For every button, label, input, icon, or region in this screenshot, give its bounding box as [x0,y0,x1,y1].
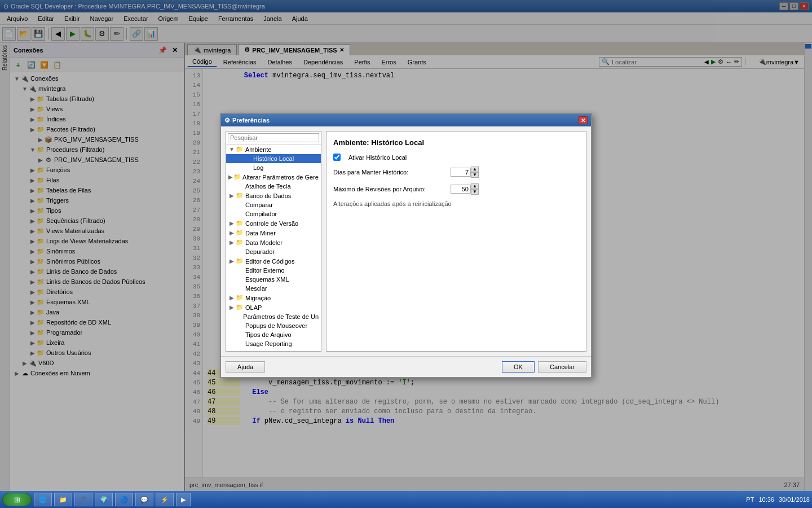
dlg-tree-item[interactable]: Compilador [226,209,321,218]
revisions-increment[interactable]: ▲ [471,183,479,189]
dlg-expand-icon[interactable]: ▶ [228,258,235,264]
dlg-item-label: Ambiente [245,146,271,153]
days-label: Dias para Manter Histórico: [333,169,446,176]
dlg-tree-item[interactable]: Atalhos de Tecla [226,182,321,191]
dlg-tree-item[interactable]: ▶ 📁 OLAP [226,303,321,312]
days-input[interactable] [451,168,471,177]
dlg-tree-item[interactable]: Tipos de Arquivo [226,330,321,339]
taskbar: ⊞ 🌐 📁 🎵 🌍 🔵 💬 ⚡ ▶ PT 10:36 30/01/2018 [0,491,812,508]
taskbar-item-4[interactable]: 🌍 [95,493,113,506]
dlg-tree-item[interactable]: ▶ 📁 Controle de Versão [226,218,321,228]
dlg-expand-icon[interactable]: ▶ [228,192,235,199]
taskbar-item-7[interactable]: ⚡ [156,493,174,506]
start-button[interactable]: ⊞ [2,493,32,506]
taskbar-item-1[interactable]: 🌐 [34,493,52,506]
dlg-expand-icon[interactable]: ▶ [228,295,235,301]
dialog-close-button[interactable]: ✕ [579,116,588,124]
dlg-tree-item[interactable]: Editor Externo [226,266,321,275]
dialog-search-input[interactable] [228,133,319,142]
section-title: Ambiente: Histórico Local [333,138,579,147]
revisions-spinner: ▲ ▼ [471,183,479,195]
dlg-tree-item[interactable]: Esquemas XML [226,275,321,284]
preferences-content: Ambiente: Histórico Local Ativar Históri… [326,131,586,352]
taskbar-item-8[interactable]: ▶ [176,493,191,506]
dlg-expand-icon[interactable]: ▶ [228,304,235,310]
dlg-tree-item[interactable]: ▶ 📁 Banco de Dados [226,191,321,200]
days-input-group: ▲ ▼ [451,167,479,178]
dlg-item-label: Parâmetros de Teste de Un [243,313,319,320]
dlg-item-icon: 📁 [235,257,244,265]
dlg-item-label: Controle de Versão [245,220,298,227]
dlg-item-label: Banco de Dados [245,192,291,199]
dlg-expand-icon[interactable]: ▶ [228,230,235,236]
dlg-tree-item[interactable]: Parâmetros de Teste de Un [226,312,321,321]
dlg-item-icon: 📁 [235,192,244,199]
dlg-item-label: Compilador [245,211,277,217]
ok-button[interactable]: OK [502,361,535,373]
dlg-item-label: Alterar Parâmetros de Gere [242,174,319,181]
days-field-row: Dias para Manter Histórico: ▲ ▼ [333,167,579,178]
dlg-tree-item[interactable]: ▶ 📁 Alterar Parâmetros de Gere [226,172,321,182]
dlg-item-label: Mesclar [245,285,267,292]
taskbar-item-3[interactable]: 🎵 [74,493,92,506]
dlg-item-icon: 📁 [235,294,244,301]
dlg-item-label: Usage Reporting [245,340,292,347]
dlg-tree-item[interactable]: ▶ 📁 Data Modeler [226,238,321,247]
activate-checkbox[interactable] [333,154,341,161]
dlg-item-label: Tipos de Arquivo [245,331,292,338]
days-spinner: ▲ ▼ [471,167,479,178]
days-increment[interactable]: ▲ [471,167,479,172]
dlg-tree-item[interactable]: Comparar [226,200,321,209]
days-decrement[interactable]: ▼ [471,172,479,178]
revisions-label: Máximo de Revisões por Arquivo: [333,186,446,192]
preferences-tree: ▼ 📁 Ambiente Histórico Local Log ▶ 📁 Alt… [226,144,321,348]
dialog-titlebar: ⚙ Preferências ✕ [221,114,591,126]
dlg-item-label: Popups de Mouseover [245,322,307,329]
dlg-item-label: Comparar [245,202,273,208]
dlg-item-label: Histórico Local [253,155,294,162]
dialog-body: ▼ 📁 Ambiente Histórico Local Log ▶ 📁 Alt… [221,126,591,356]
dlg-tree-item[interactable]: ▶ 📁 Data Miner [226,228,321,238]
activate-checkbox-row: Ativar Histórico Local [333,154,579,161]
revisions-input-group: ▲ ▼ [451,183,479,195]
dlg-expand-icon[interactable]: ▶ [228,220,235,226]
dlg-tree-item[interactable]: Mesclar [226,284,321,293]
dialog-title-text: Preferências [232,117,270,124]
dlg-item-label: Data Miner [245,230,276,237]
dlg-item-label: Atalhos de Tecla [245,183,291,190]
dlg-item-label: Esquemas XML [245,276,289,283]
dlg-item-label: Editor Externo [245,267,285,274]
dlg-tree-item[interactable]: Histórico Local [226,154,321,163]
dlg-item-label: OLAP [245,304,262,311]
dialog-icon: ⚙ [224,117,230,124]
dlg-tree-item[interactable]: ▶ 📁 Editor de Códigos [226,256,321,266]
dlg-expand-icon[interactable]: ▼ [228,146,235,152]
dlg-tree-item[interactable]: ▼ 📁 Ambiente [226,144,321,154]
dlg-tree-item[interactable]: Popups de Mouseover [226,321,321,330]
taskbar-time: 10:36 [758,496,774,503]
dlg-item-label: Editor de Códigos [245,258,294,265]
dialog-search [226,132,321,144]
dlg-item-icon: 📁 [235,304,244,311]
dialog-overlay: ⚙ Preferências ✕ ▼ 📁 Ambiente Histórico … [0,0,812,491]
dlg-expand-icon[interactable]: ▶ [228,239,235,246]
dlg-tree-item[interactable]: Depurador [226,247,321,256]
dlg-tree-item[interactable]: Usage Reporting [226,339,321,348]
dlg-expand-icon[interactable]: ▶ [228,174,233,180]
dialog-footer: Ajuda OK Cancelar [221,356,591,377]
revisions-input[interactable] [451,185,471,194]
taskbar-item-2[interactable]: 📁 [54,493,72,506]
revisions-decrement[interactable]: ▼ [471,189,479,195]
dlg-tree-item[interactable]: Log [226,163,321,172]
taskbar-date: 30/01/2018 [779,496,810,503]
taskbar-item-5[interactable]: 🔵 [115,493,133,506]
help-button[interactable]: Ajuda [226,361,265,373]
footer-left: Ajuda [226,361,265,373]
dlg-item-label: Data Modeler [245,239,283,246]
preferences-dialog: ⚙ Preferências ✕ ▼ 📁 Ambiente Histórico … [220,113,592,378]
dlg-item-icon: 📁 [235,146,244,153]
dlg-item-icon: 📁 [235,239,244,246]
taskbar-item-6[interactable]: 💬 [135,493,153,506]
cancel-button[interactable]: Cancelar [538,361,586,373]
dlg-tree-item[interactable]: ▶ 📁 Migração [226,293,321,303]
